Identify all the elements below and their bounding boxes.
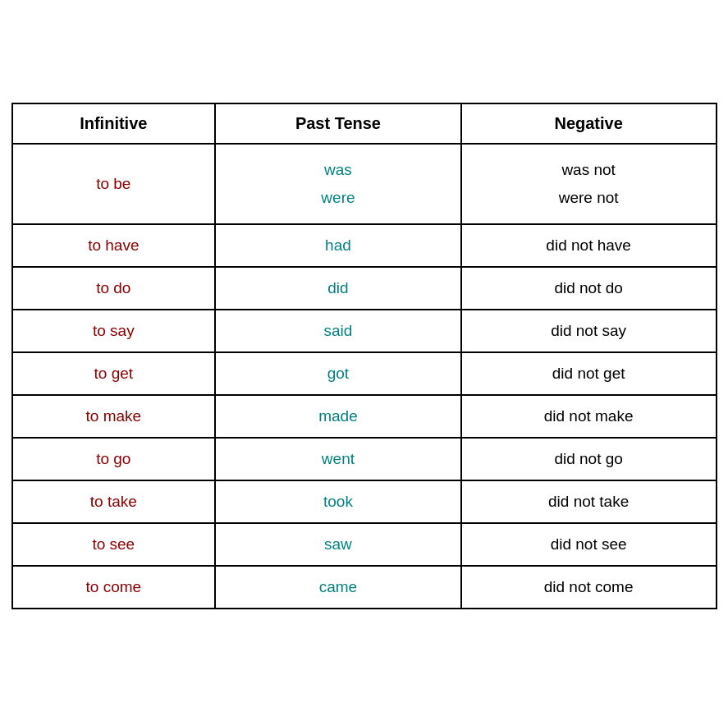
cell-past-tense-1: had	[215, 224, 461, 267]
cell-negative-0: was notwere not	[461, 144, 717, 224]
cell-past-tense-7: took	[215, 480, 461, 523]
table-row: to dodiddid not do	[12, 267, 717, 310]
header-infinitive: Infinitive	[12, 103, 216, 144]
cell-negative-2: did not do	[461, 267, 717, 310]
cell-negative-6: did not go	[461, 438, 717, 480]
cell-past-tense-8: saw	[215, 523, 461, 566]
cell-infinitive-1: to have	[12, 224, 216, 267]
cell-past-tense-6: went	[215, 438, 461, 480]
cell-infinitive-3: to say	[12, 310, 216, 352]
cell-negative-7: did not take	[461, 480, 717, 523]
header-row: Infinitive Past Tense Negative	[12, 103, 717, 144]
cell-infinitive-6: to go	[12, 438, 216, 480]
cell-past-tense-0: waswere	[215, 144, 461, 224]
header-past-tense: Past Tense	[215, 103, 461, 144]
cell-infinitive-9: to come	[12, 566, 216, 609]
table-row: to saysaiddid not say	[12, 310, 717, 352]
table-row: to getgotdid not get	[12, 352, 717, 395]
cell-negative-5: did not make	[461, 395, 717, 438]
cell-negative-8: did not see	[461, 523, 717, 566]
cell-past-tense-5: made	[215, 395, 461, 438]
table-row: to seesawdid not see	[12, 523, 717, 566]
table-container: Infinitive Past Tense Negative to bewasw…	[11, 103, 717, 609]
verb-table: Infinitive Past Tense Negative to bewasw…	[11, 103, 717, 609]
table-row: to makemadedid not make	[12, 395, 717, 438]
cell-infinitive-7: to take	[12, 480, 216, 523]
cell-infinitive-2: to do	[12, 267, 216, 310]
table-row: to comecamedid not come	[12, 566, 717, 609]
cell-infinitive-8: to see	[12, 523, 216, 566]
cell-past-tense-9: came	[215, 566, 461, 609]
table-row: to bewaswerewas notwere not	[12, 144, 717, 224]
cell-negative-4: did not get	[461, 352, 717, 395]
cell-infinitive-0: to be	[12, 144, 216, 224]
cell-past-tense-3: said	[215, 310, 461, 352]
table-row: to gowentdid not go	[12, 438, 717, 480]
table-row: to taketookdid not take	[12, 480, 717, 523]
cell-negative-1: did not have	[461, 224, 717, 267]
cell-infinitive-5: to make	[12, 395, 216, 438]
header-negative: Negative	[461, 103, 717, 144]
cell-negative-9: did not come	[461, 566, 717, 609]
table-row: to havehaddid not have	[12, 224, 717, 267]
cell-past-tense-4: got	[215, 352, 461, 395]
cell-negative-3: did not say	[461, 310, 717, 352]
cell-past-tense-2: did	[215, 267, 461, 310]
cell-infinitive-4: to get	[12, 352, 216, 395]
